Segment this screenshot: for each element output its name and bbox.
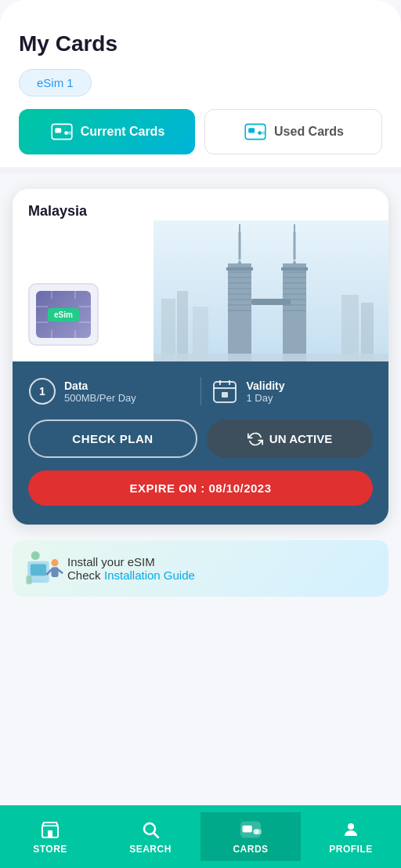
svg-rect-24	[228, 310, 251, 311]
svg-rect-13	[361, 303, 374, 361]
install-text: Install your eSIM	[67, 555, 376, 568]
svg-rect-20	[228, 288, 251, 289]
svg-rect-58	[31, 565, 46, 576]
un-active-label: UN ACTIVE	[269, 432, 332, 445]
svg-rect-10	[177, 291, 188, 361]
data-value: 500MB/Per Day	[64, 392, 136, 404]
nav-item-search[interactable]: SEARCH	[100, 812, 200, 861]
install-check-row: Check Installation Guide	[67, 568, 376, 583]
check-plan-button[interactable]: CHECK PLAN	[28, 419, 197, 458]
card-bottom: 1 Data 500MB/Per Day	[13, 361, 388, 525]
current-cards-tab[interactable]: Current Cards	[19, 109, 195, 154]
validity-label: Validity	[247, 380, 285, 392]
svg-rect-17	[228, 271, 251, 273]
esim-tab-bar: eSim 1	[19, 69, 382, 96]
install-guide: Install your eSIM Check Installation Gui…	[13, 540, 388, 597]
nav-item-cards[interactable]: CARDS	[200, 812, 301, 861]
svg-rect-71	[243, 826, 252, 833]
svg-point-7	[262, 131, 266, 135]
profile-icon	[340, 819, 362, 841]
cards-nav-label: CARDS	[233, 844, 268, 855]
svg-point-73	[256, 829, 262, 834]
esim-chip-label: eSim	[48, 308, 79, 321]
info-row: 1 Data 500MB/Per Day	[28, 377, 373, 405]
svg-rect-59	[34, 580, 44, 583]
svg-rect-9	[161, 299, 175, 361]
esim-tab-1[interactable]: eSim 1	[19, 69, 92, 96]
esim-chip-inner: eSim	[36, 291, 91, 338]
validity-text-group: Validity 1 Day	[247, 380, 285, 404]
svg-rect-22	[228, 299, 251, 300]
svg-point-6	[258, 131, 262, 135]
card-section: Malaysia	[0, 173, 401, 540]
svg-rect-16	[226, 267, 253, 271]
store-icon	[39, 819, 61, 841]
install-icon-container	[20, 547, 63, 590]
card-top: Malaysia	[13, 189, 388, 361]
validity-value: 1 Day	[247, 392, 285, 404]
svg-rect-5	[248, 128, 255, 133]
bottom-nav: STORE SEARCH CARDS	[0, 805, 401, 868]
nav-item-store[interactable]: STORE	[0, 812, 100, 861]
svg-line-65	[59, 570, 63, 573]
install-illustration	[20, 547, 63, 590]
svg-rect-29	[281, 267, 308, 271]
recycle-icon	[247, 431, 263, 447]
svg-rect-40	[251, 299, 291, 305]
page-title: My Cards	[19, 31, 382, 56]
validity-info-box: Validity 1 Day	[211, 377, 374, 405]
validity-icon	[211, 377, 239, 405]
svg-rect-67	[48, 830, 52, 837]
svg-rect-31	[283, 277, 306, 278]
svg-point-74	[348, 823, 354, 830]
svg-point-60	[31, 551, 40, 560]
svg-rect-41	[154, 354, 388, 361]
svg-line-69	[154, 833, 159, 838]
svg-rect-18	[228, 277, 251, 278]
section-divider	[0, 167, 401, 173]
svg-rect-11	[193, 307, 208, 361]
svg-rect-63	[51, 567, 58, 577]
main-card: Malaysia	[13, 189, 388, 525]
data-icon: 1	[28, 377, 56, 405]
header: My Cards eSim 1 Current Cards Used Cards	[0, 0, 401, 167]
svg-point-3	[68, 131, 72, 135]
svg-rect-12	[341, 295, 359, 361]
used-cards-icon	[243, 119, 268, 144]
svg-rect-1	[55, 128, 61, 133]
info-row-divider	[200, 377, 201, 405]
search-nav-label: SEARCH	[129, 844, 172, 855]
svg-rect-56	[222, 392, 228, 398]
card-country: Malaysia	[28, 203, 87, 220]
toggle-tabs: Current Cards Used Cards	[19, 109, 382, 167]
expire-banner: EXPIRE ON : 08/10/2023	[28, 470, 373, 506]
card-btn-row: CHECK PLAN UN ACTIVE	[28, 419, 373, 458]
check-text: Check	[67, 568, 101, 582]
current-cards-label: Current Cards	[81, 125, 165, 139]
used-cards-tab[interactable]: Used Cards	[204, 109, 382, 154]
skyline	[154, 220, 388, 361]
used-cards-label: Used Cards	[274, 125, 344, 139]
nav-item-profile[interactable]: PROFILE	[301, 812, 401, 861]
svg-rect-34	[283, 293, 306, 295]
svg-rect-61	[26, 576, 31, 584]
store-nav-label: STORE	[33, 844, 67, 855]
installation-guide-link[interactable]: Installation Guide	[104, 568, 195, 582]
svg-point-2	[64, 131, 68, 135]
data-text-group: Data 500MB/Per Day	[64, 380, 136, 404]
profile-nav-label: PROFILE	[329, 844, 373, 855]
svg-rect-19	[228, 282, 251, 284]
un-active-button[interactable]: UN ACTIVE	[207, 419, 373, 458]
svg-rect-23	[228, 304, 251, 306]
current-cards-icon	[49, 119, 74, 144]
svg-rect-32	[283, 282, 306, 284]
data-label: Data	[64, 380, 136, 392]
svg-rect-37	[283, 310, 306, 311]
svg-rect-33	[283, 288, 306, 289]
svg-rect-21	[228, 293, 251, 295]
cards-icon	[240, 819, 262, 841]
data-info-box: 1 Data 500MB/Per Day	[28, 377, 191, 405]
search-icon	[139, 819, 161, 841]
svg-point-62	[51, 559, 58, 566]
svg-text:1: 1	[39, 385, 45, 398]
